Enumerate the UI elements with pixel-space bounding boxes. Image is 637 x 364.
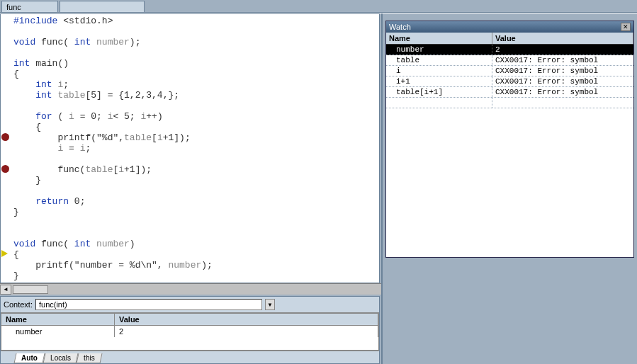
tab-empty	[60, 1, 145, 12]
watch-titlebar[interactable]: Watch ✕	[386, 21, 633, 33]
breakpoint-icon[interactable]	[1, 133, 9, 141]
watch-row[interactable]: tableCXX0017: Error: symbol	[386, 55, 633, 66]
tab-file[interactable]: func	[1, 1, 58, 12]
locals-tab-auto[interactable]: Auto	[14, 353, 45, 363]
watch-row[interactable]: table[i+1]CXX0017: Error: symbol	[386, 87, 633, 98]
editor-gutter	[1, 14, 11, 283]
locals-panel: Context: func(int) ▼ Name Value number2 …	[0, 296, 380, 364]
locals-row[interactable]: number2	[1, 326, 378, 337]
watch-title-text: Watch	[389, 23, 411, 31]
current-line-arrow-icon	[1, 250, 8, 257]
scroll-thumb[interactable]	[13, 285, 48, 294]
context-label: Context:	[4, 300, 33, 309]
code-area[interactable]: #include <stdio.h> void func( int number…	[11, 14, 379, 283]
scroll-left-icon[interactable]: ◄	[0, 285, 11, 295]
chevron-down-icon[interactable]: ▼	[265, 299, 275, 310]
watch-header-name[interactable]: Name	[386, 33, 492, 44]
code-editor[interactable]: #include <stdio.h> void func( int number…	[0, 13, 380, 283]
locals-tabs: AutoLocalsthis	[1, 351, 379, 363]
locals-tab-this[interactable]: this	[76, 353, 102, 363]
watch-row[interactable]: number2	[386, 45, 633, 55]
context-dropdown[interactable]: func(int)	[35, 299, 262, 310]
close-icon[interactable]: ✕	[621, 23, 631, 31]
watch-header-value[interactable]: Value	[492, 33, 633, 44]
locals-grid: Name Value number2	[1, 313, 379, 351]
watch-row-empty[interactable]	[386, 98, 633, 108]
watch-body[interactable]: number2tableCXX0017: Error: symboliCXX00…	[386, 45, 633, 257]
watch-panel: Watch ✕ Name Value number2tableCXX0017: …	[385, 21, 634, 258]
editor-hscroll[interactable]: ◄	[0, 283, 381, 295]
watch-row[interactable]: iCXX0017: Error: symbol	[386, 66, 633, 76]
locals-header-value[interactable]: Value	[115, 314, 378, 325]
locals-tab-locals[interactable]: Locals	[43, 353, 78, 363]
watch-row[interactable]: i+1CXX0017: Error: symbol	[386, 76, 633, 87]
breakpoint-icon[interactable]	[1, 165, 9, 173]
tab-bar: func	[0, 0, 637, 13]
locals-header-name[interactable]: Name	[1, 314, 115, 325]
